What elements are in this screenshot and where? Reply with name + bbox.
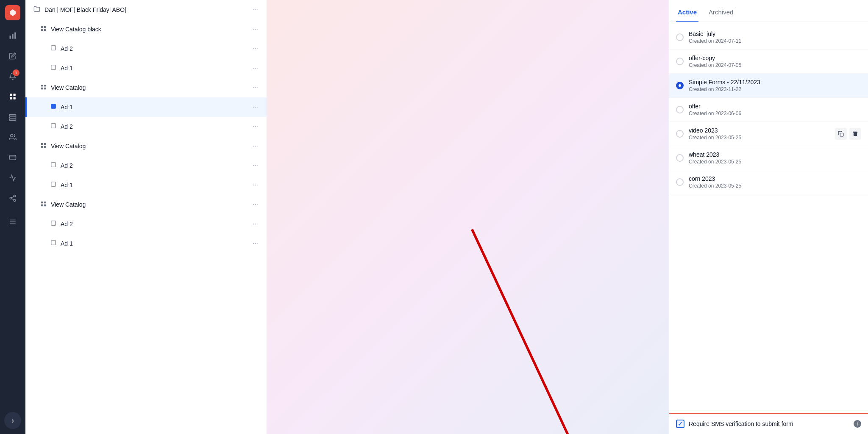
- tree-item-ad1-black[interactable]: Ad 1 ···: [25, 58, 267, 78]
- tree-item-label: Ad 2: [61, 162, 251, 169]
- grid-icon: [40, 25, 47, 33]
- tree-item-dan-group[interactable]: Dan | MOF| Black Friday| ABO| ···: [25, 0, 267, 19]
- form-item-corn-2023[interactable]: corn 2023 Created on 2023-05-25: [669, 170, 868, 194]
- form-name: offer: [689, 103, 861, 110]
- sms-checkbox[interactable]: ✓: [676, 420, 684, 428]
- arrow-annotation: [267, 0, 669, 434]
- nav-edit[interactable]: [4, 47, 21, 64]
- svg-rect-5: [10, 97, 12, 100]
- tree-item-more[interactable]: ···: [251, 4, 260, 15]
- tree-item-ad1-vc3[interactable]: Ad 1 ···: [25, 234, 267, 253]
- form-item-video-2023[interactable]: video 2023 Created on 2023-05-25: [669, 122, 868, 146]
- tree-item-label: View Catalog black: [51, 26, 251, 33]
- nav-card[interactable]: [4, 149, 21, 166]
- svg-rect-47: [840, 133, 843, 136]
- form-radio-simple-forms[interactable]: [676, 82, 684, 89]
- tree-item-ad1-vc2[interactable]: Ad 1 ···: [25, 175, 267, 195]
- tree-item-more[interactable]: ···: [251, 199, 260, 210]
- grid-icon: [40, 142, 47, 150]
- tree-item-label: View Catalog: [51, 84, 251, 91]
- tree-item-view-catalog-3[interactable]: View Catalog ···: [25, 195, 267, 214]
- tree-item-label: View Catalog: [51, 143, 251, 149]
- tree-item-more[interactable]: ···: [251, 102, 260, 113]
- form-name: wheat 2023: [689, 151, 861, 158]
- tree-item-more[interactable]: ···: [251, 82, 260, 93]
- tree-item-more[interactable]: ···: [251, 238, 260, 249]
- nav-people[interactable]: [4, 129, 21, 146]
- tree-item-ad2-vc3[interactable]: Ad 2 ···: [25, 214, 267, 234]
- tree-item-view-catalog-black[interactable]: View Catalog black ···: [25, 19, 267, 39]
- form-date: Created on 2023-06-06: [689, 111, 861, 116]
- tree-item-more[interactable]: ···: [251, 24, 260, 35]
- tree-item-more[interactable]: ···: [251, 121, 260, 132]
- form-date: Created on 2023-05-25: [689, 183, 861, 189]
- nav-layers[interactable]: [4, 108, 21, 125]
- form-name: video 2023: [689, 127, 835, 134]
- folder-icon: [33, 6, 40, 14]
- form-item-offer-copy[interactable]: offer-copy Created on 2024-07-05: [669, 50, 868, 74]
- form-radio-offer-copy[interactable]: [676, 58, 684, 65]
- svg-point-14: [10, 197, 12, 199]
- svg-rect-35: [41, 146, 43, 147]
- tab-archived[interactable]: Archived: [707, 5, 735, 22]
- app-logo[interactable]: [5, 5, 20, 20]
- form-radio-basic-july[interactable]: [676, 33, 684, 41]
- svg-line-46: [472, 229, 587, 434]
- tree-item-more[interactable]: ···: [251, 141, 260, 152]
- tree-item-more[interactable]: ···: [251, 43, 260, 54]
- archive-form-btn[interactable]: [849, 128, 861, 140]
- ad-icon: [50, 181, 56, 189]
- form-item-offer[interactable]: offer Created on 2023-06-06: [669, 98, 868, 122]
- svg-rect-1: [12, 34, 13, 39]
- nav-connections[interactable]: [4, 190, 21, 207]
- svg-rect-31: [51, 104, 56, 109]
- svg-point-15: [14, 199, 16, 202]
- tree-item-label: Ad 1: [61, 240, 251, 247]
- nav-grid[interactable]: [4, 88, 21, 105]
- nav-menu[interactable]: [4, 213, 21, 230]
- tree-item-ad1-vc1[interactable]: Ad 1 ···: [25, 97, 267, 117]
- svg-rect-24: [44, 29, 46, 30]
- form-radio-corn-2023[interactable]: [676, 178, 684, 186]
- svg-rect-33: [41, 143, 43, 144]
- tree-item-more[interactable]: ···: [251, 63, 260, 74]
- svg-rect-40: [44, 201, 46, 203]
- nav-analytics[interactable]: [4, 27, 21, 44]
- tree-item-view-catalog-2[interactable]: View Catalog ···: [25, 136, 267, 156]
- svg-line-17: [11, 196, 14, 198]
- svg-rect-34: [44, 143, 46, 144]
- form-item-basic-july[interactable]: Basic_july Created on 2024-07-11: [669, 25, 868, 50]
- svg-rect-22: [44, 26, 46, 28]
- tree-item-ad2-vc1[interactable]: Ad 2 ···: [25, 117, 267, 136]
- tree-item-label: Dan | MOF| Black Friday| ABO|: [45, 6, 251, 13]
- form-item-simple-forms[interactable]: Simple Forms - 22/11/2023 Created on 202…: [669, 74, 868, 98]
- tree-item-more[interactable]: ···: [251, 180, 260, 191]
- nav-campaign[interactable]: [4, 169, 21, 186]
- svg-rect-38: [51, 182, 56, 187]
- tree-item-view-catalog-1[interactable]: View Catalog ···: [25, 78, 267, 97]
- form-item-wheat-2023[interactable]: wheat 2023 Created on 2023-05-25: [669, 146, 868, 170]
- tree-item-more[interactable]: ···: [251, 160, 260, 171]
- svg-rect-26: [51, 65, 56, 70]
- nav-notifications[interactable]: 1: [4, 68, 21, 85]
- form-radio-wheat-2023[interactable]: [676, 154, 684, 162]
- tree-item-ad2-vc2[interactable]: Ad 2 ···: [25, 156, 267, 175]
- tab-active[interactable]: Active: [676, 5, 698, 22]
- form-name: Simple Forms - 22/11/2023: [689, 79, 861, 86]
- grid-icon: [40, 201, 47, 209]
- tree-item-label: Ad 1: [61, 182, 251, 188]
- ad-icon: [50, 45, 56, 53]
- sidebar-expand-btn[interactable]: ›: [4, 412, 21, 429]
- form-radio-offer[interactable]: [676, 106, 684, 113]
- form-date: Created on 2024-07-05: [689, 62, 861, 68]
- tree-item-label: Ad 2: [61, 45, 251, 52]
- copy-form-btn[interactable]: [835, 128, 847, 140]
- tree-item-more[interactable]: ···: [251, 218, 260, 229]
- tree-item-ad2-black[interactable]: Ad 2 ···: [25, 39, 267, 58]
- info-icon[interactable]: i: [854, 420, 861, 428]
- ad-icon: [50, 240, 56, 247]
- form-radio-video-2023[interactable]: [676, 130, 684, 138]
- svg-rect-25: [51, 46, 56, 50]
- svg-point-10: [11, 134, 13, 137]
- form-date: Created on 2023-11-22: [689, 86, 861, 92]
